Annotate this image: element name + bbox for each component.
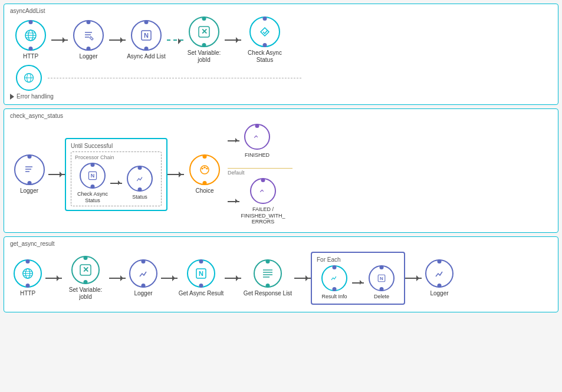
getasyncresult-icon: N bbox=[195, 267, 208, 280]
node-choice-label: Choice bbox=[195, 187, 213, 195]
section-async-add-list: asyncAddList HTTP bbox=[4, 4, 558, 105]
logger-icon bbox=[83, 29, 94, 41]
node-status[interactable]: Status bbox=[122, 166, 157, 200]
node-logger3b-circle bbox=[425, 259, 453, 288]
node-status-label: Status bbox=[132, 194, 147, 200]
node-getasyncresult[interactable]: N Get Async Result bbox=[178, 259, 225, 297]
node-finished[interactable]: FINISHED bbox=[239, 124, 275, 159]
svg-marker-12 bbox=[261, 28, 269, 36]
until-box: Until Successful Processor Chain N bbox=[65, 138, 167, 212]
choice-branches: FINISHED Default bbox=[228, 124, 292, 225]
arrow-branch-finished bbox=[228, 140, 239, 141]
main-container: asyncAddList HTTP bbox=[0, 0, 562, 392]
section3-label: get_async_result bbox=[10, 241, 552, 247]
node-setvariable3-circle: ✕ bbox=[71, 256, 100, 284]
getresponselist-icon bbox=[261, 267, 274, 280]
section2-content: Logger Until Successful Processor Chain bbox=[10, 121, 552, 228]
http-feedback-icon bbox=[23, 72, 35, 84]
node-getasyncresult-label: Get Async Result bbox=[179, 290, 224, 297]
svg-text:N: N bbox=[144, 32, 149, 39]
node-checkasync1-circle bbox=[249, 17, 280, 47]
node-async-circle: N bbox=[131, 20, 162, 51]
node-checkasync-inner[interactable]: N Check AsyncStatus bbox=[75, 163, 110, 204]
setvariable-icon: ✕ bbox=[198, 25, 211, 38]
arrow-s3-4 bbox=[225, 278, 241, 279]
processor-chain-label: Processor Chain bbox=[75, 154, 157, 160]
status-icon bbox=[135, 174, 144, 183]
node-delete-circle: N bbox=[369, 265, 395, 291]
setvariable3-icon: ✕ bbox=[79, 263, 92, 276]
logger3b-icon bbox=[433, 268, 445, 279]
node-logger-s2[interactable]: Logger bbox=[10, 154, 48, 195]
node-logger3b-label: Logger bbox=[430, 290, 448, 297]
node-failed-label: FAILED / FINISHED_WITH_ ERRORS bbox=[241, 206, 285, 225]
node-resultinfo-circle bbox=[321, 265, 347, 291]
arrow-s3-6 bbox=[405, 278, 422, 279]
node-logger1-circle bbox=[73, 20, 104, 51]
arrow2 bbox=[109, 39, 126, 41]
node-getasyncresult-circle: N bbox=[187, 259, 215, 288]
node-delete[interactable]: N Delete bbox=[364, 265, 399, 300]
node-http1[interactable]: HTTP bbox=[10, 20, 51, 60]
node-http1-feedback[interactable] bbox=[11, 65, 47, 91]
error-handling[interactable]: Error handling bbox=[10, 93, 552, 100]
svg-text:✕: ✕ bbox=[201, 27, 208, 36]
arrow4 bbox=[225, 39, 241, 41]
node-checkasync-inner-circle: N bbox=[80, 163, 106, 189]
foreach-box-label: For Each bbox=[317, 256, 399, 263]
arrow1 bbox=[51, 39, 68, 41]
node-http3-circle bbox=[14, 259, 42, 288]
node-http1-feedback-circle bbox=[16, 65, 42, 91]
node-setvariable3[interactable]: ✕ Set Variable: jobId bbox=[62, 256, 109, 301]
logger-s2-icon bbox=[24, 164, 35, 176]
node-logger3-label: Logger bbox=[134, 290, 152, 297]
node-logger3b[interactable]: Logger bbox=[422, 259, 457, 297]
http-icon bbox=[24, 28, 38, 42]
node-http1-label: HTTP bbox=[23, 53, 38, 60]
section1-label: asyncAddList bbox=[10, 8, 552, 14]
svg-text:N: N bbox=[380, 276, 383, 281]
node-getresponselist-label: Get Response List bbox=[244, 290, 292, 297]
node-getresponselist-circle bbox=[254, 259, 282, 288]
node-logger1-label: Logger bbox=[79, 53, 97, 60]
checkasync-inner-icon: N bbox=[87, 170, 98, 181]
failed-icon bbox=[258, 186, 268, 196]
node-failed[interactable]: FAILED / FINISHED_WITH_ ERRORS bbox=[239, 178, 287, 225]
node-logger3[interactable]: Logger bbox=[126, 259, 161, 297]
resultinfo-icon bbox=[330, 274, 339, 283]
branch-failed-container: Default FAILED / FINISHED_WITH_ ERRORS bbox=[228, 168, 292, 225]
node-choice-circle bbox=[189, 154, 220, 185]
arrow-inner-1 bbox=[110, 183, 122, 184]
foreach-box: For Each Result Info bbox=[311, 252, 405, 305]
section1-nodes-row: HTTP Logger bbox=[10, 17, 552, 64]
section-get-async-result: get_async_result HTTP bbox=[4, 236, 558, 312]
http3-icon bbox=[21, 267, 34, 280]
node-getresponselist[interactable]: Get Response List bbox=[241, 259, 294, 297]
section1-feedback-row bbox=[11, 65, 552, 91]
processor-chain-box: Processor Chain N bbox=[71, 151, 162, 207]
node-logger1[interactable]: Logger bbox=[68, 20, 109, 60]
node-checkasync1[interactable]: Check Async Status bbox=[241, 17, 288, 64]
node-checkasync-inner-label: Check AsyncStatus bbox=[77, 191, 108, 204]
node-setvariable1[interactable]: ✕ Set Variable: jobId bbox=[183, 17, 225, 64]
arrow-s3-5 bbox=[294, 278, 311, 279]
svg-text:N: N bbox=[91, 173, 95, 179]
node-logger-s2-label: Logger bbox=[20, 187, 38, 195]
node-resultinfo[interactable]: Result Info bbox=[317, 265, 352, 300]
logger3-icon bbox=[137, 268, 149, 279]
node-logger-s2-circle bbox=[14, 154, 45, 185]
arrow-s3-3 bbox=[161, 278, 178, 279]
feedback-dashed-line bbox=[48, 78, 301, 78]
node-finished-label: FINISHED bbox=[245, 152, 270, 159]
node-async-add-list[interactable]: N Async Add List bbox=[126, 20, 167, 60]
section2-label: check_async_status bbox=[10, 113, 552, 119]
arrow-foreach-1 bbox=[352, 282, 364, 284]
error-handling-label: Error handling bbox=[17, 93, 54, 100]
choice-icon bbox=[198, 163, 211, 176]
node-status-circle bbox=[127, 166, 153, 192]
svg-text:✕: ✕ bbox=[83, 265, 89, 274]
node-failed-circle bbox=[250, 178, 276, 204]
processor-nodes-row: N Check AsyncStatus bbox=[75, 163, 157, 204]
node-choice[interactable]: Choice bbox=[184, 154, 225, 195]
node-http3[interactable]: HTTP bbox=[10, 259, 45, 297]
